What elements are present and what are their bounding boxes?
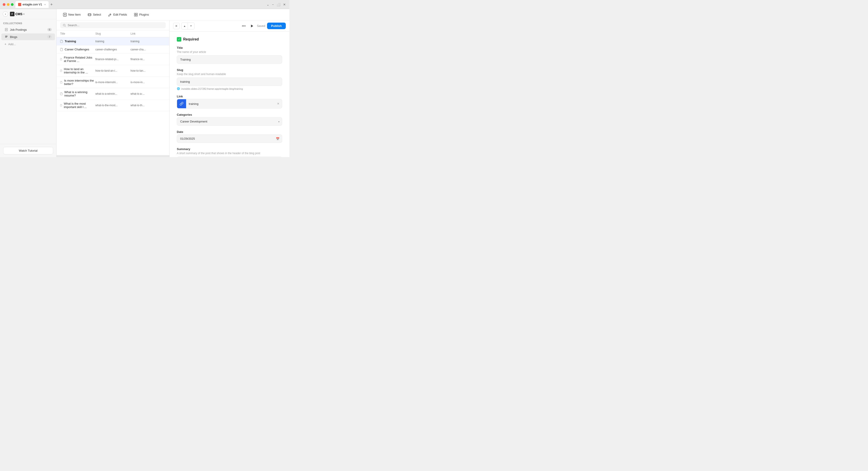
table-row-slug: career-challenges bbox=[95, 48, 131, 51]
column-header-link: Link bbox=[130, 32, 166, 35]
edit-fields-button[interactable]: Edit Fields bbox=[105, 11, 130, 18]
doc-icon bbox=[60, 48, 63, 51]
table-row[interactable]: How to land an internship in the ... how… bbox=[57, 65, 169, 76]
browser-minimize-btn[interactable] bbox=[7, 3, 9, 6]
field-label-title: Title bbox=[177, 46, 282, 50]
browser-window-controls: ⌄ − ⬜ ✕ bbox=[266, 2, 287, 7]
date-field-wrap: 📅 bbox=[177, 134, 282, 143]
sidebar-item-label: Job Postings bbox=[10, 28, 45, 31]
more-icon: ••• bbox=[242, 24, 246, 28]
add-label: Add... bbox=[8, 42, 16, 46]
table-row[interactable]: Career Challenges career-challenges care… bbox=[57, 45, 169, 54]
watch-tutorial-label: Watch Tutorial bbox=[19, 149, 37, 152]
detail-nav-down[interactable]: ▾ bbox=[188, 23, 194, 29]
browser-controls bbox=[3, 3, 13, 6]
detail-close-button[interactable]: ✕ bbox=[173, 23, 180, 29]
search-icon bbox=[63, 24, 66, 27]
collections-heading: Collections bbox=[0, 19, 56, 26]
browser-maximize-btn[interactable] bbox=[11, 3, 13, 6]
table-row[interactable]: Finance Related Jobs at Fannie ... finan… bbox=[57, 54, 169, 65]
tab-title: entagile.com V1 bbox=[23, 3, 42, 6]
browser-close-btn[interactable] bbox=[3, 3, 5, 6]
browser-window-restore[interactable]: ⬜ bbox=[276, 2, 281, 7]
categories-select-wrap: Career Development Finance Technology Sk… bbox=[177, 117, 282, 126]
plugins-button[interactable]: Plugins bbox=[131, 11, 152, 18]
svg-rect-13 bbox=[134, 13, 136, 14]
table-row[interactable]: What is a winning resume? what-is-a-winn… bbox=[57, 88, 169, 100]
slug-url-text: invisible-slides-217282.framer.app/entag… bbox=[181, 88, 243, 90]
content-panels: Title Slug Link Training training traini… bbox=[57, 20, 289, 157]
cms-logo-icon: F bbox=[10, 12, 14, 16]
detail-more-button[interactable]: ••• bbox=[241, 23, 247, 29]
table-row[interactable]: What is the most important skill I ... w… bbox=[57, 100, 169, 111]
detail-nav-up[interactable]: ▲ bbox=[182, 23, 188, 29]
svg-line-18 bbox=[65, 26, 66, 26]
table-row-title: Finance Related Jobs at Fannie ... bbox=[60, 56, 95, 63]
back-button[interactable]: ‹ bbox=[3, 11, 8, 17]
detail-preview-button[interactable] bbox=[249, 23, 255, 29]
link-clear-button[interactable]: × bbox=[275, 102, 282, 106]
svg-point-17 bbox=[63, 24, 65, 26]
sidebar-footer: Watch Tutorial bbox=[0, 144, 56, 157]
table-row-title: Training bbox=[60, 39, 95, 43]
tab-bar: entagile.com V1 × + bbox=[16, 1, 264, 8]
browser-chevron-down[interactable]: ⌄ bbox=[266, 2, 270, 7]
cms-label[interactable]: F CMS ▾ bbox=[10, 12, 24, 16]
field-hint-summary: A short summary of the post that shows i… bbox=[177, 152, 282, 155]
link-field: training × bbox=[177, 99, 282, 108]
browser-tab[interactable]: entagile.com V1 × bbox=[16, 1, 49, 8]
sidebar-item-count: 7 bbox=[47, 35, 52, 38]
table-scrollbar[interactable] bbox=[57, 155, 169, 157]
table-row-link: what-is-a-... bbox=[130, 92, 166, 95]
tab-close-icon[interactable]: × bbox=[44, 3, 46, 6]
tab-favicon bbox=[18, 3, 21, 6]
doc-icon bbox=[60, 69, 62, 72]
required-section-header: ✓ Required bbox=[177, 37, 282, 41]
summary-textarea[interactable]: Here are some recommend training materia… bbox=[177, 157, 282, 157]
field-label-date: Date bbox=[177, 130, 282, 133]
publish-button[interactable]: Publish bbox=[267, 23, 286, 29]
table-row-link: is-more-in... bbox=[130, 81, 166, 84]
browser-window-close[interactable]: ✕ bbox=[282, 2, 287, 7]
column-header-title: Title bbox=[60, 32, 95, 35]
globe-icon: 🌐 bbox=[177, 87, 180, 90]
detail-form: ✓ Required Title The name of your articl… bbox=[169, 32, 289, 157]
search-input[interactable] bbox=[68, 24, 163, 27]
doc-icon bbox=[60, 104, 62, 107]
sidebar-header: ‹ F CMS ▾ bbox=[0, 9, 56, 19]
doc-icon bbox=[60, 92, 63, 95]
column-header-slug: Slug bbox=[95, 32, 131, 35]
table-row[interactable]: Is more internships the better? is-more-… bbox=[57, 76, 169, 88]
field-group-categories: Categories Career Development Finance Te… bbox=[177, 113, 282, 126]
sidebar-item-blogs[interactable]: Blogs 7 bbox=[1, 33, 55, 40]
add-tab-button[interactable]: + bbox=[50, 2, 54, 6]
doc-icon bbox=[60, 81, 62, 84]
table-body: Training training training Career Challe… bbox=[57, 37, 169, 155]
title-input[interactable] bbox=[177, 55, 282, 64]
select-button[interactable]: Select bbox=[85, 11, 104, 18]
field-group-title: Title The name of your article bbox=[177, 46, 282, 64]
slug-input[interactable] bbox=[177, 77, 282, 86]
new-item-button[interactable]: New Item bbox=[60, 11, 84, 18]
field-group-summary: Summary A short summary of the post that… bbox=[177, 147, 282, 157]
sidebar-item-count: 6 bbox=[47, 28, 52, 31]
table-row-link: what-is-th... bbox=[130, 104, 166, 107]
watch-tutorial-button[interactable]: Watch Tutorial bbox=[3, 147, 53, 154]
table-row-title: What is the most important skill I ... bbox=[60, 102, 95, 109]
plugins-icon bbox=[134, 13, 138, 17]
table-row[interactable]: Training training training bbox=[57, 37, 169, 45]
field-label-link: Link bbox=[177, 95, 282, 98]
sidebar-item-job-postings[interactable]: Job Postings 6 bbox=[1, 26, 55, 33]
table-row-slug: what-is-the-most... bbox=[95, 104, 131, 107]
categories-select[interactable]: Career Development Finance Technology Sk… bbox=[177, 117, 282, 126]
date-input[interactable] bbox=[177, 134, 282, 143]
saved-status: Saved bbox=[257, 24, 265, 28]
browser-window-minimize[interactable]: − bbox=[271, 2, 275, 7]
link-chain-icon bbox=[180, 102, 183, 105]
add-icon: + bbox=[4, 42, 6, 46]
browser-chrome: entagile.com V1 × + ⌄ − ⬜ ✕ bbox=[0, 0, 289, 9]
plugins-label: Plugins bbox=[139, 13, 149, 16]
add-collection-button[interactable]: + Add... bbox=[1, 41, 55, 48]
sidebar: ‹ F CMS ▾ Collections Job Postings 6 bbox=[0, 9, 57, 157]
table-row-title: Is more internships the better? bbox=[60, 79, 95, 86]
